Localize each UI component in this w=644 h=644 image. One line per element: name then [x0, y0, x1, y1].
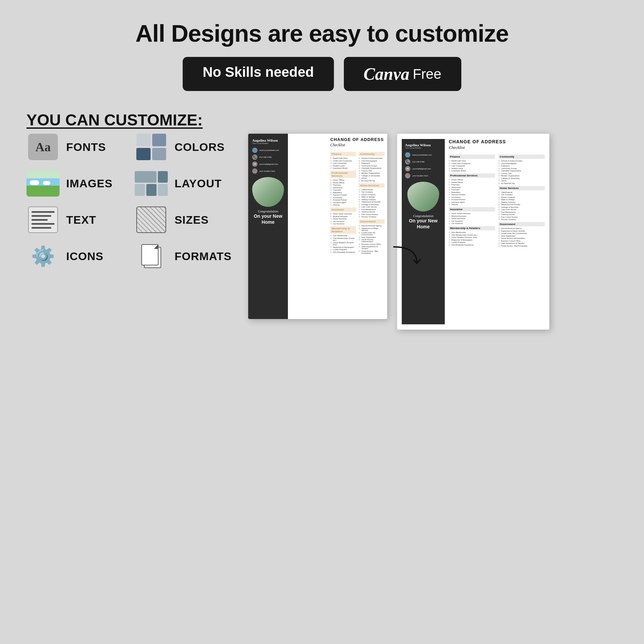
- finance-section-title: Finance: [330, 152, 356, 156]
- b-item: Loyalty Programs: [330, 249, 356, 251]
- insurance-title: Insurance: [330, 207, 356, 212]
- b-item: Pool Maintenance: [359, 208, 385, 210]
- lp-new-home: On your New Home: [405, 218, 441, 230]
- lp-item: Counselor: [449, 189, 495, 191]
- brochure-subtitle: Checklist: [330, 143, 385, 148]
- lp-item: Voter Registration: [498, 235, 545, 237]
- lp-item: Local/County Tax Commissioner: [498, 232, 545, 234]
- images-label: IMAGES: [66, 177, 113, 190]
- formats-icon: [136, 243, 166, 269]
- lp-email-row: ✉ yourmail@gmail.com: [405, 166, 441, 171]
- lp-item: Investment Broker: [449, 170, 495, 172]
- lp-item: Garbage & Recycling: [498, 206, 545, 208]
- lp-item: Pharmacy: [449, 184, 495, 186]
- b-item: Pharmacy: [330, 184, 356, 186]
- b-item: Postal Service - Mail Forwarding: [359, 250, 385, 254]
- feature-layout: LAYOUT: [135, 170, 232, 197]
- free-label: Free: [413, 66, 441, 82]
- lp-website: www.yourwebsite.com: [412, 154, 432, 156]
- lp-item: Country Club: [498, 172, 545, 174]
- b-item: Car Insurance: [330, 223, 356, 225]
- lp-phone: 012 345 6789: [412, 161, 425, 163]
- lp-item: Internal Revenue Agency: [498, 227, 545, 229]
- community-col: Community Schools & Extracurriculars Chu…: [359, 150, 385, 254]
- b-item: Investment Broker: [330, 167, 356, 169]
- feature-formats: FORMATS: [135, 243, 232, 269]
- b-item: Security Company: [359, 216, 385, 218]
- b-item: Employers: [359, 162, 385, 164]
- b-item: Local/County Tax Commissioner: [359, 232, 385, 236]
- brochure-large-preview: Angelina Wilson Your Local Realtor 🌐 www…: [397, 134, 549, 330]
- lp-location: your location here: [412, 175, 428, 177]
- b-item: AAA (Roadside Assistance): [330, 251, 356, 253]
- lp-phone-row: 📞 012 345 6789: [405, 159, 441, 164]
- canva-label: Canva: [364, 64, 410, 84]
- lp-email: yourmail@gmail.com: [412, 168, 431, 170]
- phone-text: 012 345 6789: [259, 156, 272, 158]
- prof-services-title: Professional Services: [330, 171, 356, 178]
- lp-item: Charitable Organizations: [498, 170, 545, 172]
- lp-item: Insurance Agent: [449, 201, 495, 203]
- b-item: Veterinarian: [330, 187, 356, 189]
- b-item: Financial Planner: [330, 199, 356, 201]
- fonts-icon-container: Aa: [26, 134, 60, 160]
- finance-col: Finance Bank/Credit Union Credit Card Co…: [330, 150, 356, 254]
- b-item: Attorney: [330, 204, 356, 206]
- brochure-two-col: Finance Bank/Credit Union Credit Card Co…: [330, 150, 385, 254]
- fonts-icon: Aa: [28, 134, 58, 160]
- text-label: TEXT: [66, 213, 96, 226]
- community-title: Community: [359, 152, 385, 156]
- b-item: Dental Offices: [330, 182, 356, 184]
- colors-icon: [136, 134, 166, 160]
- lp-item: Magazines & Newspapers: [449, 239, 495, 241]
- layout-label: LAYOUT: [174, 177, 222, 190]
- lp-item: Club Memberships (Costco etc.): [449, 234, 495, 236]
- lp-agent-tagline: Your Local Realtor: [405, 147, 441, 149]
- b-item: Babysitters: [330, 192, 356, 194]
- email-icon: ✉: [252, 161, 257, 167]
- b-item: Church/Synagogue: [359, 160, 385, 162]
- agent-name: Angelina Wilson: [252, 138, 284, 142]
- b-item: Telephone/Cell Provider: [359, 201, 385, 203]
- website-text: www.yourwebsite.com: [259, 149, 279, 151]
- lp-website-row: 🌐 www.yourwebsite.com: [405, 152, 441, 158]
- lp-item: Babysitters: [449, 191, 495, 193]
- features-grid: Aa FONTS COLORS: [26, 134, 232, 269]
- lp-item: Water & Sewage: [498, 199, 545, 201]
- lp-item: Library: [498, 180, 545, 182]
- b-item: Dental Insurance: [330, 218, 356, 220]
- b-item: Member Organizations: [359, 172, 385, 174]
- b-item: Charitable Organizations: [359, 167, 385, 169]
- lp-item: Accountant: [449, 196, 495, 198]
- b-item: Magazines & Newspapers: [330, 246, 356, 248]
- b-item: Colleges & Universities: [359, 175, 385, 177]
- b-item: Loan Companies: [330, 162, 356, 164]
- lp-finance-title: Finance: [449, 155, 495, 159]
- lp-phone-icon: 📞: [405, 159, 410, 164]
- main-title: All Designs are easy to customize: [26, 20, 618, 47]
- lp-subtitle: Checklist: [449, 145, 545, 150]
- lp-item: Gym Membership: [449, 231, 495, 233]
- lp-item: Schools & Extracurriculars: [498, 160, 545, 162]
- lp-item: Lawn Care Service: [498, 208, 545, 210]
- location-icon: 📍: [252, 168, 257, 174]
- b-item: Credit Card Companies: [330, 160, 356, 162]
- lp-congrats: Congratulation: [405, 214, 441, 218]
- b-item: Online Retailers (Amazon, Etsy): [330, 242, 356, 246]
- lp-two-col: Finance Bank/Credit Union Credit Card Co…: [449, 153, 545, 247]
- lp-item: Veterinarian: [449, 186, 495, 188]
- b-item: Library: [359, 177, 385, 179]
- b-item: Cable/Internet: [359, 189, 385, 191]
- arrow-icon: [391, 244, 437, 270]
- features-and-previews: Aa FONTS COLORS: [26, 134, 618, 330]
- lp-agent-photo: [407, 182, 439, 211]
- b-item: Community Groups: [359, 165, 385, 167]
- lp-email-icon: ✉: [405, 166, 410, 171]
- lp-item: Pool Maintenance: [498, 211, 545, 213]
- lp-item: Dental Insurance: [449, 217, 495, 219]
- gear-icon: ⚙️: [28, 243, 58, 269]
- b-item: Gym Membership: [330, 235, 356, 237]
- b-item: Daycare Provider: [330, 194, 356, 196]
- lp-item: Loan Companies: [449, 165, 495, 167]
- agent-tagline: Your Local Realtor: [252, 142, 284, 144]
